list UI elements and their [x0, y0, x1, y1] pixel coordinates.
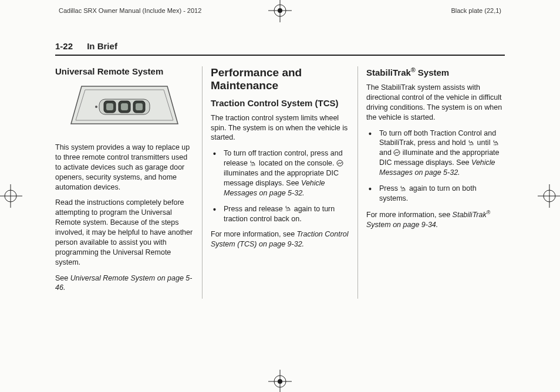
header-right: Black plate (22,1) — [451, 7, 501, 14]
tcs-off-icon: OFF — [492, 139, 500, 146]
registration-mark-right — [538, 184, 560, 208]
stabilitrak-more-info: For more information, see StabiliTrak® S… — [366, 209, 505, 230]
svg-rect-21 — [106, 103, 113, 110]
column-2: Performance and Maintenance Traction Con… — [202, 66, 357, 299]
universal-remote-desc-2: Read the instructions completely before … — [55, 198, 194, 267]
universal-remote-see: See Universal Remote System on page 5-46… — [55, 273, 194, 293]
svg-point-7 — [278, 379, 282, 384]
performance-heading: Performance and Maintenance — [211, 66, 349, 92]
universal-remote-figure — [69, 83, 180, 133]
svg-point-17 — [95, 106, 97, 108]
svg-text:OFF: OFF — [401, 189, 406, 192]
svg-rect-23 — [136, 103, 143, 110]
page-content: 1-22 In Brief Universal Remote System — [55, 41, 505, 299]
page-number: 1-22 — [55, 41, 73, 51]
tcs-desc: The traction control system limits wheel… — [211, 113, 349, 143]
tcs-off-icon: OFF — [249, 160, 257, 167]
stabilitrak-list-item-2: Press OFF again to turn on both systems. — [366, 184, 505, 204]
universal-remote-link: Universal Remote System on page 5-46. — [55, 274, 192, 292]
stabilitrak-list-item-1: To turn off both Traction Control and St… — [366, 129, 505, 178]
registered-mark: ® — [411, 66, 416, 73]
svg-text:OFF: OFF — [494, 143, 499, 146]
page-heading: 1-22 In Brief — [55, 41, 505, 56]
svg-text:OFF: OFF — [251, 164, 256, 167]
column-1: Universal Remote System This system prov… — [55, 66, 202, 299]
tcs-indicator-icon — [336, 160, 343, 167]
svg-text:OFF: OFF — [469, 143, 474, 146]
svg-rect-22 — [121, 103, 128, 110]
chapter-title: In Brief — [87, 41, 117, 51]
header-left: Cadillac SRX Owner Manual (Include Mex) … — [59, 7, 201, 14]
tcs-list-item-2: Press and release OFF again to turn trac… — [211, 204, 349, 224]
universal-remote-desc-1: This system provides a way to replace up… — [55, 143, 194, 192]
stabilitrak-desc: The StabiliTrak system assists with dire… — [366, 83, 505, 123]
svg-text:OFF: OFF — [286, 209, 291, 212]
tcs-heading: Traction Control System (TCS) — [211, 98, 349, 109]
tcs-off-icon: OFF — [285, 205, 292, 212]
stabilitrak-list: To turn off both Traction Control and St… — [366, 129, 505, 204]
universal-remote-heading: Universal Remote System — [55, 66, 194, 77]
tcs-off-icon: OFF — [468, 139, 475, 146]
tcs-list: To turn off traction control, press and … — [211, 148, 349, 224]
stabilitrak-indicator-icon — [393, 149, 400, 156]
print-header: Cadillac SRX Owner Manual (Include Mex) … — [0, 7, 560, 14]
stabilitrak-heading: StabiliTrak® System — [366, 66, 505, 78]
registration-mark-bottom — [268, 370, 292, 392]
registration-mark-left — [0, 184, 22, 208]
tcs-list-item-1: To turn off traction control, press and … — [211, 148, 349, 198]
tcs-off-icon: OFF — [400, 185, 407, 192]
column-3: StabiliTrak® System The StabiliTrak syst… — [357, 66, 505, 299]
tcs-more-info: For more information, see Traction Contr… — [211, 229, 349, 249]
